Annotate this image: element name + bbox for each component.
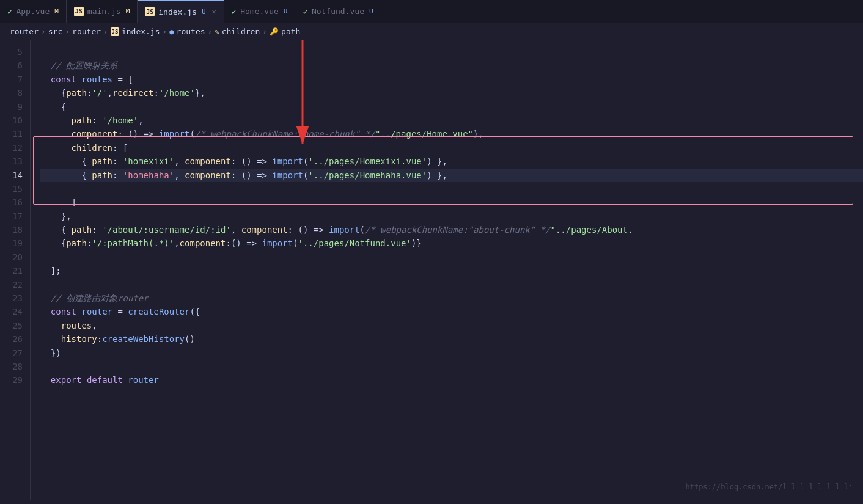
code-line-23: // 创建路由对象router	[40, 291, 863, 305]
code-line-6: // 配置映射关系	[40, 59, 863, 72]
tab-badge-modified: M	[126, 7, 130, 15]
breadcrumb-sep: ›	[163, 27, 167, 36]
breadcrumb-path-icon: 🔑	[270, 27, 279, 36]
line-num-9: 9	[0, 100, 30, 114]
line-num-17: 17	[0, 210, 30, 223]
breadcrumb-sep: ›	[103, 27, 108, 36]
code-line-15	[40, 182, 863, 195]
code-line-25: routes,	[40, 319, 863, 332]
line-num-26: 26	[0, 332, 30, 346]
line-num-22: 22	[0, 278, 30, 291]
code-line-20	[40, 250, 863, 264]
line-num-14: 14	[0, 169, 30, 182]
js-breadcrumb-icon: JS	[111, 27, 119, 36]
tab-badge-unsaved: U	[369, 7, 373, 15]
watermark: https://blog.csdn.net/l_l_l_l_l_l_l_li	[685, 481, 853, 493]
code-line-12: children: [	[40, 141, 863, 155]
code-line-24: const router = createRouter({	[40, 305, 863, 318]
code-line-21: ];	[40, 264, 863, 277]
tab-bar: ✓ App.vue M JS main.js M JS index.js U ✕…	[0, 0, 863, 23]
editor-window: ✓ App.vue M JS main.js M JS index.js U ✕…	[0, 0, 863, 500]
tab-app-vue[interactable]: ✓ App.vue M	[0, 0, 67, 23]
code-line-29: export default router	[40, 373, 863, 387]
line-num-16: 16	[0, 195, 30, 209]
line-num-13: 13	[0, 155, 30, 168]
code-line-17: },	[40, 210, 863, 223]
tab-label: App.vue	[16, 7, 50, 16]
line-num-25: 25	[0, 319, 30, 332]
tab-label: Home.vue	[240, 7, 279, 16]
line-num-11: 11	[0, 127, 30, 141]
tab-label: main.js	[87, 7, 121, 16]
line-num-19: 19	[0, 236, 30, 250]
tab-close-button[interactable]: ✕	[212, 7, 216, 16]
tab-badge-unsaved: U	[202, 8, 206, 16]
tab-main-js[interactable]: JS main.js M	[67, 0, 138, 23]
line-num-7: 7	[0, 73, 30, 86]
tab-label: Notfund.vue	[312, 7, 364, 16]
code-line-27: })	[40, 346, 863, 360]
code-line-5	[40, 45, 863, 59]
breadcrumb-item-path[interactable]: path	[281, 27, 300, 36]
line-num-23: 23	[0, 291, 30, 305]
breadcrumb-children-icon: ✎	[215, 27, 219, 36]
js-icon: JS	[145, 7, 155, 16]
code-area: 5 6 7 8 9 10 11 12 13 14 15 16 17 18 19 …	[0, 40, 863, 500]
breadcrumb-item-indexjs[interactable]: index.js	[122, 27, 160, 36]
tab-label: index.js	[158, 7, 197, 16]
breadcrumb-item-routes[interactable]: routes	[177, 27, 205, 36]
line-num-8: 8	[0, 86, 30, 100]
code-line-8: {path:'/',redirect:'/home'},	[40, 86, 863, 100]
code-line-16: ]	[40, 195, 863, 209]
code-line-10: path: '/home',	[40, 114, 863, 127]
breadcrumb-sep: ›	[262, 27, 267, 36]
code-line-28	[40, 360, 863, 373]
code-line-11: component: () => import(/* webpackChunkN…	[40, 127, 863, 141]
line-num-24: 24	[0, 305, 30, 318]
vue-icon: ✓	[232, 7, 237, 16]
code-line-9: {	[40, 100, 863, 114]
vue-icon: ✓	[303, 7, 307, 16]
code-line-14: { path: 'homehaha', component: () => imp…	[40, 169, 863, 182]
line-num-15: 15	[0, 182, 30, 195]
line-numbers: 5 6 7 8 9 10 11 12 13 14 15 16 17 18 19 …	[0, 40, 31, 500]
breadcrumb: router › src › router › JS index.js › ● …	[0, 23, 863, 40]
line-num-21: 21	[0, 264, 30, 277]
tab-badge-unsaved: U	[284, 7, 288, 15]
js-icon: JS	[74, 7, 84, 16]
tab-home-vue[interactable]: ✓ Home.vue U	[224, 0, 296, 23]
line-num-18: 18	[0, 223, 30, 236]
line-num-5: 5	[0, 45, 30, 59]
breadcrumb-sep: ›	[208, 27, 213, 36]
line-num-6: 6	[0, 59, 30, 72]
code-line-19: {path:'/:pathMath(.*)',component:() => i…	[40, 236, 863, 250]
vue-icon: ✓	[7, 7, 12, 16]
tab-index-js[interactable]: JS index.js U ✕	[138, 0, 224, 23]
line-num-27: 27	[0, 346, 30, 360]
line-num-10: 10	[0, 114, 30, 127]
line-num-28: 28	[0, 360, 30, 373]
breadcrumb-sep: ›	[65, 27, 70, 36]
line-num-20: 20	[0, 250, 30, 264]
breadcrumb-item-src[interactable]: src	[48, 27, 62, 36]
breadcrumb-routes-icon: ●	[169, 27, 174, 36]
code-line-7: const routes = [	[40, 73, 863, 86]
code-line-13: { path: 'homexixi', component: () => imp…	[40, 155, 863, 168]
code-line-26: history:createWebHistory()	[40, 332, 863, 346]
breadcrumb-item-router[interactable]: router	[10, 27, 39, 36]
breadcrumb-sep: ›	[41, 27, 46, 36]
tab-notfund-vue[interactable]: ✓ Notfund.vue U	[295, 0, 381, 23]
breadcrumb-item-children[interactable]: children	[222, 27, 260, 36]
breadcrumb-item-router2[interactable]: router	[72, 27, 101, 36]
line-num-29: 29	[0, 373, 30, 387]
code-content[interactable]: // 配置映射关系 const routes = [ {path:'/',red…	[31, 40, 863, 500]
code-line-22	[40, 278, 863, 291]
line-num-12: 12	[0, 141, 30, 155]
code-line-18: { path: '/about/:username/id/:id', compo…	[40, 223, 863, 236]
tab-badge-modified: M	[54, 7, 59, 15]
